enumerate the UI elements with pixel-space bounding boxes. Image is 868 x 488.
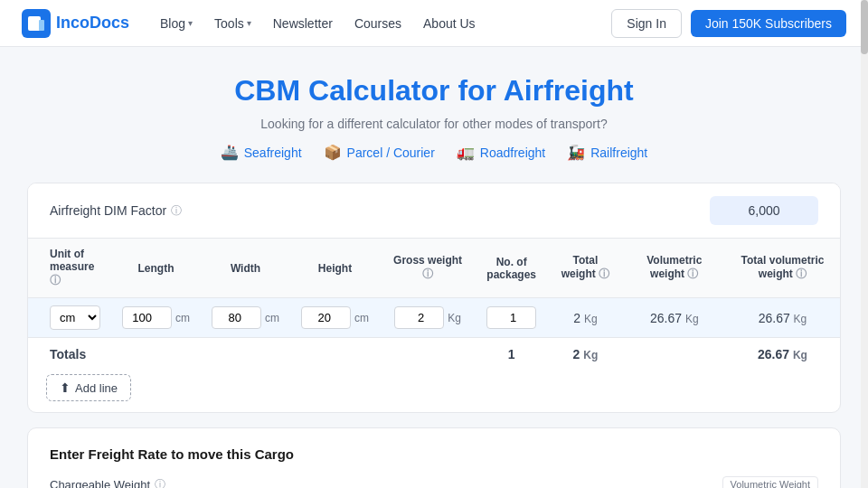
totals-label: Totals [28,338,380,371]
nav-actions: Sign In Join 150K Subscribers [611,9,846,38]
navbar: IncoDocs Blog ▾ Tools ▾ Newsletter Cours… [0,0,868,47]
height-input[interactable] [301,306,351,329]
hero-subtitle: Looking for a different calculator for o… [27,117,841,131]
logo[interactable]: IncoDocs [22,9,129,38]
vol-weight-unit: Kg [685,313,699,325]
calculator-table: Unit ofmeasure ⓘ Length Width Height Gro… [28,239,840,371]
hero-section: CBM Calculator for Airfreight Looking fo… [27,74,841,161]
total-weight-unit: Kg [584,313,598,325]
railfreight-icon: 🚂 [567,144,585,161]
totals-vol-blank [624,338,725,371]
th-length: Length [111,239,201,298]
td-unit: cm in mm [28,298,111,338]
calculator-card: Airfreight DIM Factor ⓘ 6,000 Unit ofmea… [27,183,841,413]
th-unit: Unit ofmeasure ⓘ [28,239,111,298]
width-input[interactable] [212,306,261,329]
total-vol-unit: Kg [794,313,807,325]
length-unit: cm [175,312,190,324]
td-width: cm [201,298,290,338]
totals-blank [380,338,476,371]
nav-tools[interactable]: Tools ▾ [205,11,260,36]
roadfreight-icon: 🚛 [457,144,475,161]
chargeable-weight-row: Chargeable Weight ⓘ Volumetric Weight [50,476,818,488]
total-weight-info-icon[interactable]: ⓘ [599,267,609,280]
td-total-weight: 2 Kg [547,298,623,338]
unit-select[interactable]: cm in mm [50,305,100,330]
td-gross-weight: Kg [380,298,476,338]
chargeable-weight-info-icon[interactable]: ⓘ [155,477,165,489]
main-content: CBM Calculator for Airfreight Looking fo… [9,47,859,488]
vol-weight-info-icon[interactable]: ⓘ [687,267,698,280]
nav-about[interactable]: About Us [414,11,485,36]
gross-weight-info-icon[interactable]: ⓘ [422,267,433,280]
seafreight-icon: 🚢 [221,144,239,161]
th-vol-weight: Volumetric weight ⓘ [624,239,725,298]
nav-blog[interactable]: Blog ▾ [151,11,202,36]
signin-button[interactable]: Sign In [611,9,682,38]
th-total-vol-weight: Total volumetric weight ⓘ [725,239,840,298]
td-length: cm [111,298,201,338]
width-unit: cm [265,312,279,324]
nav-courses[interactable]: Courses [345,11,410,36]
freight-card: Enter Freight Rate to move this Cargo Ch… [27,427,841,488]
scrollbar-thumb[interactable] [861,0,868,54]
dim-factor-row: Airfreight DIM Factor ⓘ 6,000 [28,183,840,239]
width-input-wrap: cm [212,306,279,329]
logo-icon [22,9,51,38]
th-height: Height [290,239,380,298]
td-vol-weight: 26.67 Kg [624,298,725,338]
svg-rect-0 [28,16,41,31]
td-packages [476,298,547,338]
length-input-wrap: cm [122,306,190,329]
totals-packages: 1 [476,338,547,371]
gross-weight-input[interactable] [394,306,444,329]
table-header-row: Unit ofmeasure ⓘ Length Width Height Gro… [28,239,840,298]
unit-select-wrap: cm in mm [50,305,100,330]
chevron-icon: ▾ [247,18,251,28]
add-line-button[interactable]: ⬆ Add line [46,374,131,401]
th-total-weight: Total weight ⓘ [547,239,623,298]
gross-weight-unit: Kg [448,312,461,324]
parcel-icon: 📦 [324,144,342,161]
page-title: CBM Calculator for Airfreight [27,74,841,108]
td-height: cm [290,298,380,338]
railfreight-link[interactable]: 🚂 Railfreight [567,144,647,161]
chargeable-weight-badge: Volumetric Weight [722,476,818,488]
table-row: cm in mm cm [28,298,840,338]
parcel-link[interactable]: 📦 Parcel / Courier [324,144,435,161]
table-container: Unit ofmeasure ⓘ Length Width Height Gro… [28,239,840,412]
th-gross-weight: Gross weight ⓘ [380,239,476,298]
totals-vol-weight: 26.67 Kg [725,338,840,371]
freight-title: Enter Freight Rate to move this Cargo [50,446,818,462]
td-total-vol-weight: 26.67 Kg [725,298,840,338]
totals-row: Totals 1 2 Kg 26.67 Kg [28,338,840,371]
dim-factor-value: 6,000 [710,196,818,225]
dim-factor-info-icon[interactable]: ⓘ [171,203,182,219]
transport-links: 🚢 Seafreight 📦 Parcel / Courier 🚛 Roadfr… [27,144,841,161]
chargeable-weight-label: Chargeable Weight ⓘ [50,477,249,489]
nav-newsletter[interactable]: Newsletter [264,11,342,36]
total-vol-info-icon[interactable]: ⓘ [796,267,807,280]
length-input[interactable] [122,306,172,329]
unit-info-icon[interactable]: ⓘ [50,274,61,286]
totals-total-weight: 2 Kg [547,338,623,371]
gross-weight-wrap: Kg [391,306,465,329]
svg-rect-1 [39,20,44,31]
roadfreight-link[interactable]: 🚛 Roadfreight [457,144,545,161]
packages-input[interactable] [486,306,536,329]
nav-links: Blog ▾ Tools ▾ Newsletter Courses About … [151,11,611,36]
chevron-icon: ▾ [188,18,193,28]
height-input-wrap: cm [301,306,369,329]
th-width: Width [201,239,290,298]
height-unit: cm [354,312,369,324]
add-line-icon: ⬆ [60,380,71,395]
dim-factor-label: Airfreight DIM Factor ⓘ [50,203,710,219]
scrollbar-track [861,0,868,488]
join-button[interactable]: Join 150K Subscribers [691,10,846,37]
th-packages: No. ofpackages [476,239,547,298]
logo-text: IncoDocs [56,14,129,33]
seafreight-link[interactable]: 🚢 Seafreight [221,144,302,161]
